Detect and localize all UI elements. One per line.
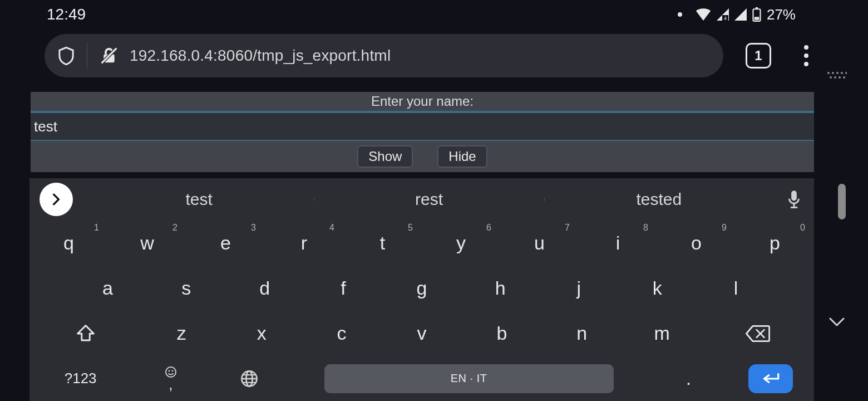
svg-point-11 xyxy=(841,72,843,74)
key-z[interactable]: z xyxy=(141,311,221,356)
key-i[interactable]: i8 xyxy=(579,221,657,266)
browser-toolbar: 192.168.0.4:8060/tmp_js_export.html 1 xyxy=(0,29,868,82)
wifi-icon xyxy=(696,8,711,21)
tab-count-button[interactable]: 1 xyxy=(746,43,771,69)
key-q[interactable]: q1 xyxy=(29,221,108,266)
enter-key[interactable] xyxy=(728,356,814,401)
page-content: Enter your name: Show Hide xyxy=(31,92,814,172)
suggestion-2[interactable]: rest xyxy=(314,190,544,209)
svg-point-21 xyxy=(168,370,170,371)
key-u[interactable]: u7 xyxy=(500,221,579,266)
status-right: 4 27% xyxy=(678,6,796,23)
keyboard-toggle-icon[interactable] xyxy=(827,71,847,85)
svg-point-13 xyxy=(830,76,832,79)
status-bar: 12:49 4 27% xyxy=(0,0,868,29)
svg-rect-4 xyxy=(754,17,760,19)
key-row-1: q1w2e3r4t5y6u7i8o9p0 xyxy=(29,221,814,266)
name-input-wrapper xyxy=(31,112,814,141)
key-s[interactable]: s xyxy=(147,266,225,311)
backspace-key[interactable] xyxy=(702,311,814,356)
expand-suggestions-button[interactable] xyxy=(40,183,73,216)
language-key[interactable] xyxy=(210,356,288,401)
key-t[interactable]: t5 xyxy=(343,221,422,266)
key-m[interactable]: m xyxy=(622,311,702,356)
shift-key[interactable] xyxy=(29,311,141,356)
key-row-2: asdfghjkl xyxy=(29,266,814,311)
suggestions: test rest tested xyxy=(84,190,774,209)
chevron-down-icon[interactable] xyxy=(829,317,845,327)
battery-icon xyxy=(752,7,761,22)
key-a[interactable]: a xyxy=(68,266,147,311)
emoji-comma-key[interactable]: , xyxy=(131,356,210,401)
suggestion-3[interactable]: tested xyxy=(544,190,774,209)
url-text: 192.168.0.4:8060/tmp_js_export.html xyxy=(130,47,391,65)
key-w[interactable]: w2 xyxy=(108,221,186,266)
signal2-icon xyxy=(734,8,747,21)
key-p[interactable]: p0 xyxy=(736,221,814,266)
notification-dot-icon xyxy=(678,12,682,17)
svg-point-12 xyxy=(845,72,847,74)
form-label: Enter your name: xyxy=(31,92,814,112)
svg-point-10 xyxy=(836,72,839,74)
button-row: Show Hide xyxy=(31,141,814,172)
key-b[interactable]: b xyxy=(462,311,542,356)
space-label: EN · IT xyxy=(451,372,487,385)
clock: 12:49 xyxy=(0,6,86,23)
svg-point-15 xyxy=(839,76,841,79)
svg-rect-17 xyxy=(791,190,797,200)
key-row-4: ?123 , EN · IT . xyxy=(29,356,814,401)
svg-point-9 xyxy=(832,72,834,74)
signal-icon: 4 xyxy=(717,8,729,21)
name-input[interactable] xyxy=(34,113,811,140)
suggestion-1[interactable]: test xyxy=(84,190,314,209)
scrollbar-thumb[interactable] xyxy=(838,184,846,219)
address-bar[interactable]: 192.168.0.4:8060/tmp_js_export.html xyxy=(45,34,723,77)
show-button[interactable]: Show xyxy=(357,145,413,168)
battery-text: 27% xyxy=(767,6,796,23)
key-x[interactable]: x xyxy=(221,311,302,356)
screen: 12:49 4 27% xyxy=(0,0,868,401)
key-k[interactable]: k xyxy=(618,266,697,311)
on-screen-keyboard: test rest tested q1w2e3r4t5y6u7i8o9p0 as… xyxy=(29,178,814,401)
key-y[interactable]: y6 xyxy=(422,221,500,266)
key-l[interactable]: l xyxy=(697,266,775,311)
key-row-3: zxcvbnm xyxy=(29,311,814,356)
period-key[interactable]: . xyxy=(649,356,728,401)
symbols-key[interactable]: ?123 xyxy=(29,356,131,401)
space-key[interactable]: EN · IT xyxy=(288,356,649,401)
svg-point-8 xyxy=(827,72,830,74)
hide-button[interactable]: Hide xyxy=(437,145,487,168)
key-o[interactable]: o9 xyxy=(657,221,736,266)
key-h[interactable]: h xyxy=(461,266,540,311)
svg-text:4: 4 xyxy=(724,15,727,21)
https-off-icon[interactable] xyxy=(100,46,119,65)
key-d[interactable]: d xyxy=(225,266,304,311)
svg-point-16 xyxy=(843,76,845,79)
svg-rect-3 xyxy=(756,7,758,9)
shield-icon[interactable] xyxy=(58,46,75,65)
suggestion-row: test rest tested xyxy=(29,178,814,221)
mic-button[interactable] xyxy=(774,190,814,209)
key-n[interactable]: n xyxy=(542,311,622,356)
comma-label: , xyxy=(169,378,172,391)
key-g[interactable]: g xyxy=(382,266,461,311)
key-c[interactable]: c xyxy=(302,311,382,356)
key-v[interactable]: v xyxy=(382,311,462,356)
key-j[interactable]: j xyxy=(540,266,618,311)
separator xyxy=(87,43,87,69)
key-r[interactable]: r4 xyxy=(265,221,343,266)
key-e[interactable]: e3 xyxy=(186,221,265,266)
key-f[interactable]: f xyxy=(304,266,382,311)
svg-point-14 xyxy=(834,76,836,79)
menu-button[interactable] xyxy=(798,45,815,66)
tab-count-value: 1 xyxy=(754,48,762,63)
svg-point-22 xyxy=(171,370,173,371)
